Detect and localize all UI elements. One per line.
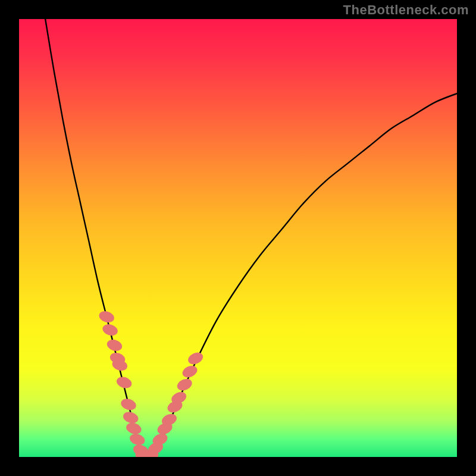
data-marker — [122, 410, 140, 425]
plot-area — [19, 19, 457, 457]
bottleneck-curve — [45, 19, 457, 457]
data-marker — [186, 350, 205, 367]
data-marker — [181, 364, 199, 380]
data-marker — [176, 377, 194, 393]
data-marker — [101, 322, 119, 337]
data-marker — [105, 338, 123, 353]
data-marker — [98, 309, 115, 324]
data-marker — [115, 375, 133, 390]
chart-svg — [19, 19, 457, 457]
data-marker — [120, 397, 137, 412]
chart-frame: TheBottleneck.com — [0, 0, 476, 476]
data-marker — [129, 432, 146, 447]
data-marker — [125, 421, 143, 436]
watermark-text: TheBottleneck.com — [343, 2, 469, 18]
